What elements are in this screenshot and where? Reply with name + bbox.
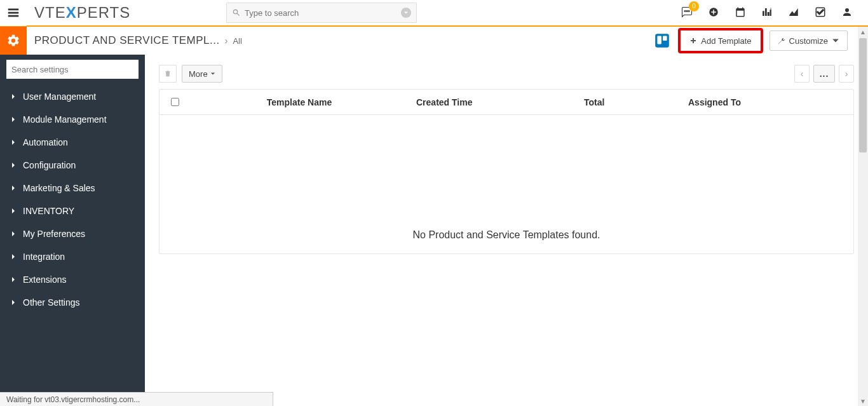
module-actions: Add Template Customize: [653, 28, 848, 53]
main-area: User Management Module Management Automa…: [0, 55, 868, 406]
notifications-button[interactable]: 0: [681, 6, 693, 20]
scroll-down-arrow[interactable]: ▼: [858, 396, 868, 406]
chevron-right-icon: [10, 254, 17, 260]
logo-prefix: VTE: [34, 4, 66, 21]
calendar-button[interactable]: [735, 6, 746, 20]
user-menu[interactable]: [841, 6, 853, 20]
svg-point-0: [684, 10, 686, 11]
chevron-right-icon: [10, 276, 17, 283]
sidebar-item-label: Marketing & Sales: [23, 183, 95, 193]
customize-button[interactable]: Customize: [770, 30, 848, 51]
svg-rect-6: [768, 12, 769, 16]
hamburger-icon: [6, 6, 20, 20]
chevron-right-icon: [10, 93, 17, 100]
sidebar-item-user-management[interactable]: User Management: [0, 85, 145, 108]
toolbar-right: ‹ ... ›: [794, 65, 854, 83]
logo-x: X: [66, 4, 77, 21]
toolbar-left: More: [159, 65, 222, 83]
sidebar-item-label: Module Management: [23, 114, 107, 125]
pager-info[interactable]: ...: [813, 65, 835, 83]
search-input[interactable]: [245, 8, 401, 18]
breadcrumb: PRODUCT AND SERVICE TEMPL... › All: [34, 34, 242, 47]
select-all-checkbox[interactable]: [171, 98, 179, 106]
column-template-name[interactable]: Template Name: [190, 97, 409, 107]
sidebar-item-inventory[interactable]: INVENTORY: [0, 200, 145, 222]
trash-icon: [164, 70, 172, 78]
sidebar-item-automation[interactable]: Automation: [0, 131, 145, 154]
chevron-right-icon: [10, 208, 17, 214]
breadcrumb-sub[interactable]: All: [233, 36, 241, 46]
chevron-right-icon: [10, 139, 17, 145]
content-area: More ‹ ... › Template Name Created Time: [145, 55, 868, 406]
scroll-thumb[interactable]: [859, 38, 867, 152]
plus-circle-icon: [708, 6, 719, 18]
svg-point-1: [686, 10, 688, 11]
svg-rect-5: [765, 8, 766, 16]
add-button[interactable]: [708, 6, 719, 20]
top-icons: 0: [681, 6, 853, 20]
column-assigned-to[interactable]: Assigned To: [681, 97, 853, 107]
svg-rect-7: [770, 10, 771, 16]
pager-next[interactable]: ›: [839, 65, 854, 83]
bar-chart-icon: [761, 6, 773, 18]
reports-button[interactable]: [761, 6, 773, 20]
search-icon: [232, 8, 241, 17]
delete-button[interactable]: [159, 65, 177, 83]
pager-prev[interactable]: ‹: [794, 65, 810, 83]
svg-rect-4: [763, 11, 764, 16]
sidebar-item-label: Other Settings: [23, 297, 80, 308]
sidebar-item-extensions[interactable]: Extensions: [0, 268, 145, 291]
gear-icon: [6, 34, 20, 48]
logo-suffix: PERTS: [77, 4, 131, 21]
add-template-button[interactable]: Add Template: [678, 28, 763, 53]
global-search[interactable]: [226, 3, 417, 23]
table-header: Template Name Created Time Total Assigne…: [159, 90, 853, 115]
sidebar-item-label: User Management: [23, 91, 96, 102]
sidebar-item-label: Configuration: [23, 160, 76, 170]
board-view-button[interactable]: [653, 31, 672, 50]
sidebar-item-my-preferences[interactable]: My Preferences: [0, 222, 145, 245]
search-dropdown[interactable]: [401, 8, 411, 18]
sidebar-item-label: Automation: [23, 137, 68, 147]
svg-point-2: [689, 10, 690, 11]
chevron-right-icon: [10, 231, 17, 237]
add-template-label: Add Template: [701, 36, 751, 46]
scroll-up-arrow[interactable]: ▲: [858, 27, 868, 37]
tasks-button[interactable]: [815, 6, 826, 20]
settings-gear-button[interactable]: [0, 27, 27, 55]
user-icon: [841, 6, 853, 18]
area-chart-icon: [788, 6, 799, 18]
sidebar-item-configuration[interactable]: Configuration: [0, 154, 145, 177]
vertical-scrollbar[interactable]: ▲ ▼: [858, 27, 868, 406]
check-square-icon: [815, 6, 826, 18]
chevron-right-icon: [10, 185, 17, 191]
top-header: VTEXPERTS 0: [0, 0, 868, 27]
breadcrumb-separator: ›: [225, 36, 228, 46]
wrench-icon: [778, 37, 785, 44]
column-total[interactable]: Total: [576, 97, 681, 107]
status-text: Waiting for vt03.vtigercrmhosting.com...: [6, 395, 140, 404]
caret-down-icon: [210, 71, 215, 76]
sidebar-search-input[interactable]: [6, 60, 139, 79]
sidebar-item-label: Extensions: [23, 274, 66, 285]
sidebar-item-marketing-sales[interactable]: Marketing & Sales: [0, 177, 145, 200]
settings-sidebar: User Management Module Management Automa…: [0, 55, 145, 406]
sidebar-item-integration[interactable]: Integration: [0, 245, 145, 268]
templates-table: Template Name Created Time Total Assigne…: [159, 89, 854, 254]
analytics-button[interactable]: [788, 6, 799, 20]
svg-rect-8: [655, 34, 669, 48]
hamburger-menu[interactable]: [0, 0, 27, 26]
empty-state-message: No Product and Service Templates found.: [159, 115, 853, 254]
breadcrumb-main[interactable]: PRODUCT AND SERVICE TEMPL...: [34, 34, 220, 47]
caret-down-icon: [832, 37, 839, 44]
chevron-right-icon: [10, 162, 17, 168]
board-icon: [654, 32, 670, 49]
column-created-time[interactable]: Created Time: [409, 97, 576, 107]
calendar-icon: [735, 6, 746, 18]
logo: VTEXPERTS: [34, 4, 130, 22]
more-button[interactable]: More: [182, 65, 222, 83]
sidebar-item-module-management[interactable]: Module Management: [0, 108, 145, 131]
sidebar-item-other-settings[interactable]: Other Settings: [0, 291, 145, 314]
sidebar-item-label: INVENTORY: [23, 206, 74, 216]
module-bar: PRODUCT AND SERVICE TEMPL... › All Add T…: [0, 27, 868, 55]
